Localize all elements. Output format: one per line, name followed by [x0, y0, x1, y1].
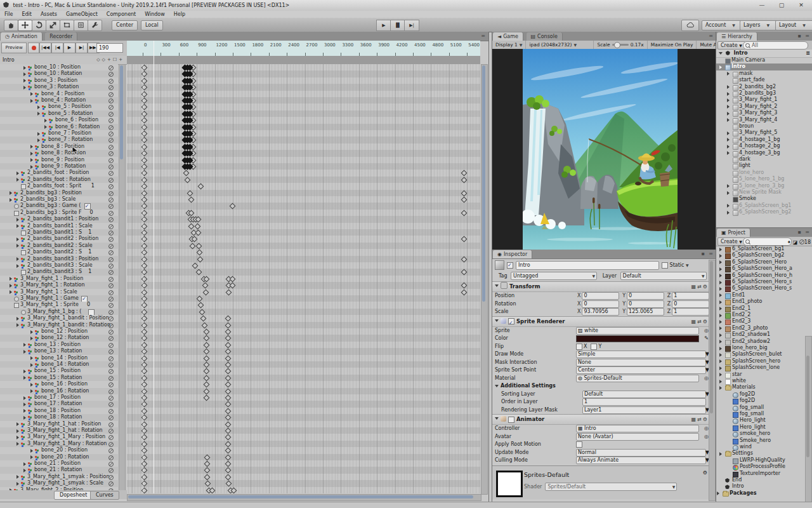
keyframe-diamond[interactable] [202, 283, 209, 289]
keyframe-diamond[interactable] [225, 434, 232, 441]
anim-property-row[interactable]: 2_bandits_foot : Rotation [0, 177, 118, 183]
foldout-arrow-icon[interactable] [16, 224, 19, 228]
foldout-arrow-icon[interactable] [16, 264, 19, 268]
visibility-toggle-icon[interactable] [108, 435, 114, 440]
visibility-toggle-icon[interactable] [108, 125, 114, 130]
keyframe-diamond[interactable] [225, 395, 232, 401]
keyframe-diamond[interactable] [204, 368, 210, 375]
foldout-arrow-icon[interactable] [37, 138, 40, 142]
visibility-toggle-icon[interactable] [108, 184, 114, 189]
visibility-toggle-icon[interactable] [108, 297, 114, 302]
foldout-arrow-icon[interactable] [16, 218, 19, 222]
foldout-arrow-icon[interactable] [30, 337, 33, 340]
hierarchy-item[interactable]: New Sprite Mask [716, 189, 812, 196]
preset-icon[interactable]: ⇄ [697, 284, 703, 290]
additional-settings-row[interactable]: Additional Settings [492, 382, 711, 391]
help-icon[interactable]: ▦ [691, 284, 698, 290]
foldout-arrow-icon[interactable] [37, 112, 40, 116]
lock-icon[interactable]: ▪ [797, 229, 802, 235]
foldout-arrow-icon[interactable] [23, 409, 26, 413]
prev-key-button[interactable]: |◀ [51, 43, 63, 53]
minimize-button[interactable]: — [755, 1, 769, 10]
foldout-arrow-icon[interactable] [30, 330, 33, 334]
visibility-toggle-icon[interactable] [108, 98, 114, 104]
foldout-arrow-icon[interactable] [16, 257, 19, 261]
foldout-arrow-icon[interactable] [719, 340, 722, 344]
foldout-arrow-icon[interactable] [23, 469, 26, 472]
keyframe-diamond[interactable] [204, 395, 210, 401]
visibility-toggle-icon[interactable] [108, 283, 114, 288]
project-item[interactable]: Hero_light [716, 424, 812, 431]
foldout-arrow-icon[interactable] [30, 455, 33, 459]
keyframe-diamond[interactable] [226, 481, 232, 487]
project-item[interactable]: 6_SplashScreen_Hero_a [716, 265, 812, 272]
dopesheet-hscrollbar[interactable] [127, 494, 481, 501]
anim-property-row[interactable]: bone_13 : Rotation [0, 348, 118, 354]
anim-property-row[interactable]: bone_20 : Rotation [0, 454, 118, 460]
anim-property-row[interactable]: 3_Mary_fight_1_bandit : Rotation [0, 322, 118, 328]
keyframe-diamond[interactable] [461, 197, 468, 203]
project-item[interactable]: End1_photo [716, 298, 812, 305]
add-keyframe-icon[interactable]: ◇ [96, 57, 102, 62]
anim-property-row[interactable]: bone_10 : Rotation [0, 70, 118, 77]
keyframe-diamond[interactable] [197, 256, 204, 262]
object-picker-icon[interactable]: ◎ [704, 433, 709, 441]
transform-tool-button[interactable] [74, 20, 88, 31]
foldout-arrow-icon[interactable] [727, 145, 730, 149]
create-button[interactable]: Create ▼ [717, 41, 745, 50]
keyframe-diamond[interactable] [190, 243, 196, 249]
keyframe-diamond[interactable] [225, 401, 232, 408]
anim-property-row[interactable]: bone_7 : Position [0, 130, 118, 137]
foldout-arrow-icon[interactable] [727, 92, 730, 96]
visibility-toggle-icon[interactable] [108, 376, 114, 381]
tag-dropdown[interactable]: Untagged▼ [511, 272, 597, 280]
foldout-arrow-icon[interactable] [30, 383, 33, 387]
visibility-toggle-icon[interactable] [108, 138, 114, 143]
visibility-toggle-icon[interactable] [108, 402, 114, 407]
play-animation-button[interactable]: ▶ [63, 43, 75, 53]
keyframe-diamond[interactable] [225, 368, 232, 375]
foldout-arrow-icon[interactable] [30, 99, 33, 103]
panel-menu-icon[interactable]: ≡ [709, 33, 714, 39]
anim-property-row[interactable]: bone_7 : Rotation [0, 137, 118, 143]
transform-header[interactable]: Transform▦⇄⚙ [492, 281, 711, 292]
hierarchy-item[interactable]: 3_Mary_fight_1 [716, 97, 812, 103]
anim-property-row[interactable]: bone_10 : Position [0, 64, 118, 70]
foldout-arrow-icon[interactable] [719, 300, 722, 304]
current-frame-input[interactable]: 190 [96, 43, 123, 53]
panel-menu-icon[interactable]: ≡ [805, 229, 811, 235]
keyframe-diamond[interactable] [461, 170, 468, 177]
foldout-arrow-icon[interactable] [719, 326, 722, 330]
rendering-layer-mask-dropdown[interactable]: Layer1▼ [582, 406, 706, 414]
anim-property-row[interactable]: 2_bandits_bg3 : Sprite F0 [0, 210, 118, 216]
project-item[interactable]: lone_hero_big [716, 345, 812, 351]
foldout-arrow-icon[interactable] [719, 260, 722, 264]
foldout-arrow-icon[interactable] [727, 72, 730, 76]
project-item[interactable]: 6_SplashScreen_Hero_s [716, 279, 812, 285]
visibility-toggle-icon[interactable] [108, 396, 114, 401]
visibility-toggle-icon[interactable] [108, 217, 114, 222]
visibility-toggle-icon[interactable] [108, 250, 114, 255]
project-item[interactable]: SplashScreen_hero [716, 358, 812, 364]
foldout-arrow-icon[interactable] [717, 491, 719, 495]
foldout-arrow-icon[interactable] [16, 244, 19, 248]
project-item[interactable]: smoke_hero [716, 431, 812, 437]
anim-property-row[interactable]: bone_5 : Position [0, 104, 118, 110]
layer-dropdown[interactable]: Default▼ [620, 272, 707, 280]
project-item[interactable]: End2_3_photo [716, 325, 812, 331]
inspector-scrollbar[interactable] [709, 260, 716, 501]
visibility-toggle-icon[interactable] [108, 178, 114, 183]
project-item[interactable]: Settings [716, 450, 812, 457]
foldout-arrow-icon[interactable] [16, 178, 19, 182]
foldout-arrow-icon[interactable] [727, 138, 730, 142]
record-button[interactable] [28, 43, 39, 53]
anim-property-row[interactable]: 2_bandits_bandit3 : Position [0, 256, 118, 262]
keyframe-diamond[interactable] [204, 454, 211, 460]
keyframe-diamond[interactable] [461, 190, 468, 196]
menu-edit[interactable]: Edit [17, 11, 36, 18]
foldout-arrow-icon[interactable] [23, 370, 26, 373]
object-picker-icon[interactable]: ◎ [704, 425, 709, 433]
keyframe-diamond[interactable] [225, 461, 232, 467]
anim-property-row[interactable]: bone_16 : Rotation [0, 388, 118, 394]
tab-console[interactable]: ▤Console [527, 32, 563, 41]
